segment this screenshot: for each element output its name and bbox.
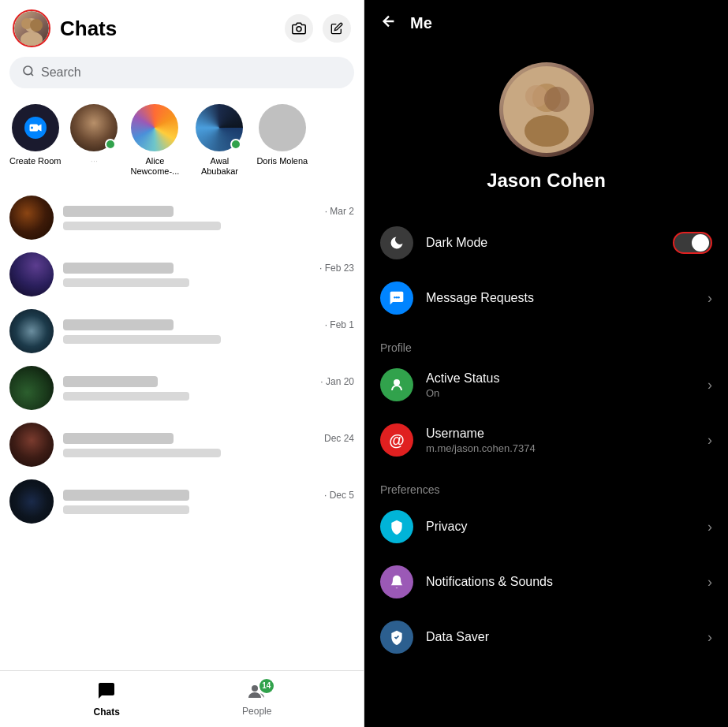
- data-saver-title: Data Saver: [426, 630, 489, 643]
- chat-list: · Mar 2 · Feb 23 · Feb 1: [0, 189, 364, 670]
- chat-time-3: · Feb 1: [325, 319, 354, 330]
- chat-item[interactable]: · Dec 5: [0, 473, 364, 530]
- dark-mode-icon: [380, 226, 413, 259]
- chats-nav-label: Chats: [94, 706, 120, 718]
- bottom-nav: Chats 14 People: [0, 670, 364, 727]
- edit-button[interactable]: [323, 14, 351, 43]
- chat-item[interactable]: · Feb 23: [0, 246, 364, 303]
- camera-button[interactable]: [285, 14, 313, 43]
- preferences-section-label: Preferences: [364, 474, 728, 499]
- chat-content-2: · Feb 23: [63, 263, 354, 287]
- active-status-text: Active Status On: [426, 371, 695, 399]
- profile-avatar[interactable]: [499, 62, 594, 157]
- chat-avatar-6: [9, 479, 54, 524]
- story-create-room[interactable]: Create Room: [9, 104, 61, 177]
- chat-content-3: · Feb 1: [63, 319, 354, 344]
- chat-avatar-5: [9, 423, 54, 467]
- message-requests-chevron: ›: [707, 290, 712, 307]
- svg-point-17: [544, 87, 569, 112]
- message-requests-item[interactable]: Message Requests ›: [364, 270, 728, 326]
- svg-point-4: [297, 27, 301, 32]
- story-2-online-indicator: [105, 139, 116, 150]
- svg-point-1: [21, 32, 43, 46]
- notifications-icon: [380, 565, 413, 598]
- dark-mode-toggle-container: [673, 232, 712, 254]
- active-status-chevron: ›: [707, 377, 712, 393]
- notifications-item[interactable]: Notifications & Sounds ›: [364, 554, 728, 610]
- privacy-item[interactable]: Privacy ›: [364, 499, 728, 554]
- chat-content-1: · Mar 2: [63, 206, 354, 230]
- nav-people[interactable]: 14 People: [182, 682, 333, 717]
- back-button[interactable]: [380, 13, 398, 34]
- username-text: Username m.me/jason.cohen.7374: [426, 427, 695, 454]
- create-room-avatar: [12, 104, 59, 151]
- story-awal-label: Awal Abubakar: [192, 156, 247, 177]
- privacy-icon: [380, 510, 413, 543]
- people-icon-container: 14: [247, 682, 267, 704]
- chat-avatar-3: [9, 309, 54, 353]
- svg-point-15: [525, 115, 569, 147]
- svg-rect-10: [31, 127, 33, 129]
- nav-chats[interactable]: Chats: [32, 681, 182, 718]
- chats-title: Chats: [60, 17, 285, 41]
- story-awal[interactable]: Awal Abubakar: [192, 104, 247, 177]
- chat-preview-5: [63, 449, 221, 457]
- data-saver-item[interactable]: Data Saver ›: [364, 610, 728, 665]
- profile-name: Jason Cohen: [487, 170, 606, 192]
- toggle-knob: [692, 234, 709, 252]
- data-saver-icon: [380, 621, 413, 654]
- profile-section: Jason Cohen: [364, 47, 728, 215]
- chat-name-row-5: Dec 24: [63, 433, 354, 444]
- chat-time-6: · Dec 5: [324, 490, 354, 501]
- chat-item[interactable]: · Mar 2: [0, 189, 364, 246]
- chat-name-blur-1: [63, 206, 174, 217]
- message-requests-text: Message Requests: [426, 291, 695, 305]
- story-doris[interactable]: Doris Molena: [256, 104, 308, 177]
- message-requests-icon: [380, 281, 413, 315]
- svg-line-6: [31, 73, 33, 76]
- dark-mode-item[interactable]: Dark Mode: [364, 215, 728, 270]
- chat-avatar-1: [9, 196, 54, 240]
- story-2[interactable]: ···: [70, 104, 118, 177]
- story-doris-avatar: [259, 104, 306, 151]
- chat-name-row-1: · Mar 2: [63, 206, 354, 217]
- chat-time-1: · Mar 2: [325, 206, 354, 217]
- story-awal-online-indicator: [230, 139, 241, 150]
- dark-mode-title: Dark Mode: [426, 236, 487, 249]
- svg-marker-8: [38, 125, 42, 132]
- story-awal-avatar: [196, 104, 243, 151]
- story-2-avatar: [70, 104, 118, 151]
- chat-time-2: · Feb 23: [319, 263, 354, 274]
- dark-mode-toggle[interactable]: [673, 232, 712, 254]
- svg-point-23: [394, 379, 400, 386]
- chat-name-row-3: · Feb 1: [63, 319, 354, 330]
- chats-nav-icon: [97, 681, 116, 705]
- chat-item[interactable]: · Jan 20: [0, 360, 364, 416]
- stories-row: Create Room ··· Alice Newcome-... Awal A…: [0, 98, 364, 189]
- story-alice-label: Alice Newcome-...: [127, 156, 182, 177]
- username-item[interactable]: @ Username m.me/jason.cohen.7374 ›: [364, 412, 728, 468]
- chat-item[interactable]: · Feb 1: [0, 303, 364, 360]
- story-alice[interactable]: Alice Newcome-...: [127, 104, 182, 177]
- panel-title: Me: [410, 14, 432, 32]
- chat-name-blur-5: [63, 433, 174, 444]
- right-header: Me: [364, 0, 728, 47]
- chat-item[interactable]: Dec 24: [0, 416, 364, 473]
- chat-name-row-6: · Dec 5: [63, 490, 354, 501]
- chat-name-blur-4: [63, 376, 158, 387]
- user-avatar[interactable]: [13, 9, 50, 47]
- people-badge: 14: [259, 679, 274, 693]
- notifications-text: Notifications & Sounds: [426, 575, 695, 589]
- chat-preview-2: [63, 278, 189, 287]
- active-status-item[interactable]: Active Status On ›: [364, 357, 728, 412]
- privacy-chevron: ›: [707, 519, 712, 535]
- search-bar[interactable]: Search: [9, 57, 354, 88]
- chat-avatar-4: [9, 366, 54, 410]
- story-alice-avatar: [131, 104, 178, 151]
- left-panel: Chats Search: [0, 0, 364, 727]
- profile-menu-section: Profile Active Status On › @ Userna: [364, 332, 728, 474]
- chat-preview-6: [63, 505, 189, 514]
- svg-point-11: [252, 685, 258, 692]
- chat-name-blur-6: [63, 490, 189, 501]
- create-room-label: Create Room: [9, 156, 61, 166]
